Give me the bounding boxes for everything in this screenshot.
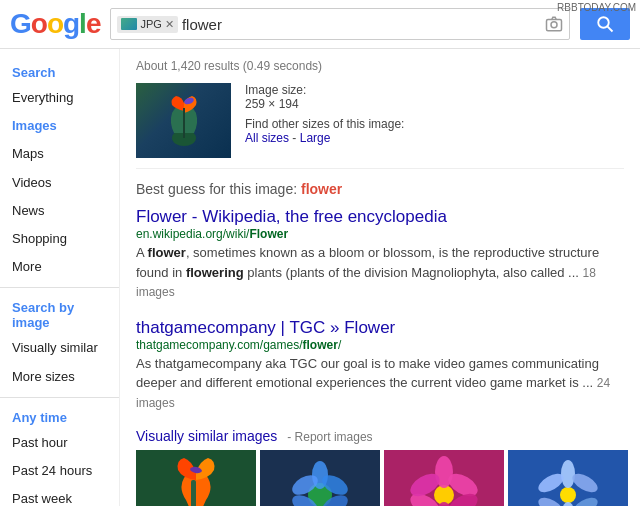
result-snippet-1: As thatgamecompany aka TGC our goal is t… <box>136 354 624 413</box>
result-arrow-1: » <box>330 318 344 337</box>
thumb-4[interactable] <box>508 450 628 506</box>
watermark: RBBTODAY.COM <box>553 0 640 15</box>
sidebar-item-visually-similar[interactable]: Visually similar <box>0 334 119 362</box>
thumb-2[interactable] <box>260 450 380 506</box>
sidebar-item-more[interactable]: More <box>0 253 119 281</box>
image-result-card: Image size: 259 × 194 Find other sizes o… <box>136 83 624 169</box>
report-images-link[interactable]: Report images <box>295 430 373 444</box>
svg-line-3 <box>608 27 613 32</box>
main-layout: Search Everything Images Maps Videos New… <box>0 49 640 506</box>
sidebar-item-past-week[interactable]: Past week <box>0 485 119 506</box>
sidebar: Search Everything Images Maps Videos New… <box>0 49 120 506</box>
thumb-img-4 <box>508 450 628 506</box>
all-sizes-link[interactable]: All sizes <box>245 131 289 145</box>
visually-similar-link[interactable]: Visually similar images <box>136 428 277 444</box>
sidebar-item-images[interactable]: Images <box>0 112 119 140</box>
result-link-1[interactable]: thatgamecompany | TGC » Flower <box>136 318 395 337</box>
sidebar-divider-2 <box>0 397 119 398</box>
jpg-close-icon[interactable]: ✕ <box>165 18 174 31</box>
any-time-title: Any time <box>0 404 119 429</box>
sidebar-item-everything[interactable]: Everything <box>0 84 119 112</box>
search-bar: JPG ✕ <box>110 8 570 40</box>
search-input[interactable] <box>182 16 541 33</box>
image-grid-row-1 <box>136 450 624 506</box>
header: Google JPG ✕ RBBTODAY.COM <box>0 0 640 49</box>
report-span: - Report images <box>287 430 372 444</box>
sidebar-item-past-24-hours[interactable]: Past 24 hours <box>0 457 119 485</box>
sidebar-item-videos[interactable]: Videos <box>0 169 119 197</box>
jpg-thumbnail <box>121 18 137 30</box>
svg-point-26 <box>561 460 575 488</box>
bird-of-paradise-svg <box>154 93 214 153</box>
result-link-0[interactable]: Flower - Wikipedia, the free encyclopedi… <box>136 207 447 226</box>
other-sizes: Find other sizes of this image: All size… <box>245 117 404 145</box>
thumb-img-1 <box>136 450 256 506</box>
best-guess: Best guess for this image: flower <box>136 181 624 197</box>
thumb-1[interactable] <box>136 450 256 506</box>
sidebar-item-more-sizes[interactable]: More sizes <box>0 363 119 391</box>
result-title-0: Flower - Wikipedia, the free encyclopedi… <box>136 207 624 227</box>
camera-icon[interactable] <box>545 15 563 33</box>
result-url-1: thatgamecompany.com/games/flower/ <box>136 338 624 352</box>
best-guess-keyword[interactable]: flower <box>301 181 342 197</box>
thumb-img-3 <box>384 450 504 506</box>
thumb-img-2 <box>260 450 380 506</box>
result-site-1: thatgamecompany | TGC <box>136 318 325 337</box>
visually-similar-header: Visually similar images - Report images <box>136 428 624 444</box>
result-site-0: Flower <box>136 207 187 226</box>
search-by-image-title: Search by image <box>0 294 119 334</box>
sidebar-divider-1 <box>0 287 119 288</box>
svg-point-2 <box>598 17 609 28</box>
sidebar-item-shopping[interactable]: Shopping <box>0 225 119 253</box>
result-snippet-0: A flower, sometimes known as a bloom or … <box>136 243 624 302</box>
image-dimensions: 259 × 194 <box>245 97 404 111</box>
large-link[interactable]: Large <box>300 131 331 145</box>
thumb-3[interactable] <box>384 450 504 506</box>
svg-rect-8 <box>191 480 196 506</box>
sidebar-item-past-hour[interactable]: Past hour <box>0 429 119 457</box>
result-title-1: thatgamecompany | TGC » Flower <box>136 318 624 338</box>
main-result-image <box>136 83 231 158</box>
sidebar-item-maps[interactable]: Maps <box>0 140 119 168</box>
image-size-label: Image size: <box>245 83 404 97</box>
sidebar-item-news[interactable]: News <box>0 197 119 225</box>
jpg-filter-badge: JPG ✕ <box>117 16 177 33</box>
search-result-0: Flower - Wikipedia, the free encyclopedi… <box>136 207 624 302</box>
result-page-0: Wikipedia, the free encyclopedia <box>202 207 447 226</box>
svg-point-25 <box>560 487 576 503</box>
search-result-1: thatgamecompany | TGC » Flower thatgamec… <box>136 318 624 413</box>
jpg-label: JPG <box>140 18 161 30</box>
result-sep-0: - <box>192 207 202 226</box>
svg-point-1 <box>551 22 557 28</box>
search-section-title: Search <box>0 59 119 84</box>
image-info: Image size: 259 × 194 Find other sizes o… <box>245 83 404 158</box>
result-url-0: en.wikipedia.org/wiki/Flower <box>136 227 624 241</box>
google-logo: Google <box>10 8 100 40</box>
results-info: About 1,420 results (0.49 seconds) <box>136 59 624 73</box>
result-page-1: Flower <box>344 318 395 337</box>
content-area: About 1,420 results (0.49 seconds) Image… <box>120 49 640 506</box>
